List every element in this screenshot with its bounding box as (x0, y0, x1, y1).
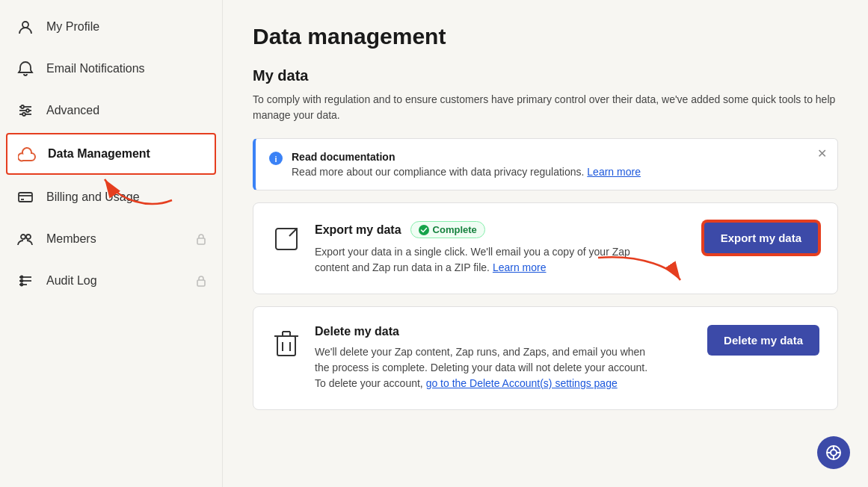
sidebar-item-email-notifications-label: Email Notifications (46, 62, 145, 75)
banner-body-text: Read more about our compliance with data… (292, 166, 584, 178)
sidebar-item-my-profile-label: My Profile (46, 20, 99, 34)
complete-badge: Complete (410, 221, 485, 238)
svg-point-18 (21, 284, 23, 286)
sidebar-item-data-management-label: Data Management (48, 147, 150, 161)
banner-close-button[interactable]: ✕ (817, 148, 827, 160)
sidebar-item-advanced-label: Advanced (46, 104, 99, 117)
sidebar: My Profile Email Notifications Advanced (0, 0, 223, 487)
delete-card-description: We'll delete your Zap content, Zap runs,… (315, 344, 659, 391)
svg-point-16 (21, 276, 23, 279)
delete-card-action: Delete my data (707, 325, 819, 356)
cloud-icon (16, 143, 37, 164)
main-content: Data management My data To comply with r… (223, 0, 868, 487)
delete-card: Delete my data We'll delete your Zap con… (253, 306, 838, 410)
sidebar-item-advanced[interactable]: Advanced (0, 90, 222, 131)
lock-icon-audit-log (195, 275, 207, 287)
info-icon: i (269, 152, 283, 165)
delete-icon (271, 328, 301, 358)
svg-point-0 (22, 22, 28, 28)
svg-rect-25 (277, 336, 295, 356)
svg-point-5 (26, 109, 29, 112)
svg-point-4 (21, 105, 24, 108)
export-desc-text: Export your data in a single click. We'l… (315, 246, 630, 273)
svg-line-23 (289, 229, 297, 236)
card-icon (15, 187, 36, 208)
sidebar-item-billing[interactable]: Billing and Usage (0, 176, 222, 218)
list-icon (15, 270, 36, 291)
svg-point-11 (26, 235, 31, 239)
export-card: Export my data Complete Export your data… (253, 202, 838, 294)
banner-title: Read documentation (292, 151, 824, 163)
svg-point-17 (21, 280, 23, 282)
user-icon (15, 16, 36, 37)
support-button[interactable] (817, 436, 850, 469)
svg-point-10 (21, 235, 25, 239)
export-icon (271, 224, 301, 254)
export-card-title: Export my data (315, 223, 401, 237)
sidebar-item-email-notifications[interactable]: Email Notifications (0, 48, 222, 90)
delete-my-data-button[interactable]: Delete my data (707, 325, 819, 356)
info-banner: i Read documentation Read more about our… (253, 138, 838, 190)
lock-icon-members (195, 233, 207, 245)
sidebar-item-my-profile[interactable]: My Profile (0, 6, 222, 48)
banner-body: Read more about our compliance with data… (292, 166, 824, 178)
complete-badge-label: Complete (433, 224, 477, 235)
svg-text:i: i (274, 155, 277, 164)
export-my-data-button[interactable]: Export my data (703, 221, 819, 255)
sidebar-item-audit-log-label: Audit Log (46, 274, 97, 288)
export-card-body: Export my data Complete Export your data… (315, 221, 689, 276)
sliders-icon (15, 100, 36, 121)
svg-point-24 (419, 225, 429, 235)
delete-card-title: Delete my data (315, 325, 399, 338)
export-card-title-row: Export my data Complete (315, 221, 689, 238)
export-card-description: Export your data in a single click. We'l… (315, 244, 659, 276)
bell-icon (15, 58, 36, 79)
delete-account-link[interactable]: go to the Delete Account(s) settings pag… (426, 377, 618, 389)
export-learn-more-link[interactable]: Learn more (493, 261, 547, 273)
delete-card-body: Delete my data We'll delete your Zap con… (315, 325, 694, 391)
sidebar-item-billing-label: Billing and Usage (46, 190, 140, 204)
sidebar-item-audit-log[interactable]: Audit Log (0, 260, 222, 302)
banner-text: Read documentation Read more about our c… (292, 151, 824, 178)
svg-point-33 (831, 450, 837, 456)
page-title: Data management (253, 24, 838, 49)
svg-point-6 (22, 113, 25, 116)
section-title: My data (253, 67, 838, 84)
delete-card-title-row: Delete my data (315, 325, 694, 338)
export-card-action: Export my data (703, 221, 819, 255)
sidebar-item-data-management[interactable]: Data Management (6, 133, 216, 175)
svg-rect-7 (19, 193, 32, 202)
svg-rect-12 (197, 238, 205, 244)
sidebar-item-members-label: Members (46, 232, 96, 246)
people-icon (15, 229, 36, 249)
svg-rect-19 (197, 280, 205, 286)
banner-learn-more-link[interactable]: Learn more (587, 166, 641, 178)
section-description: To comply with regulation and to ensure … (253, 92, 836, 123)
sidebar-item-members[interactable]: Members (0, 218, 222, 260)
